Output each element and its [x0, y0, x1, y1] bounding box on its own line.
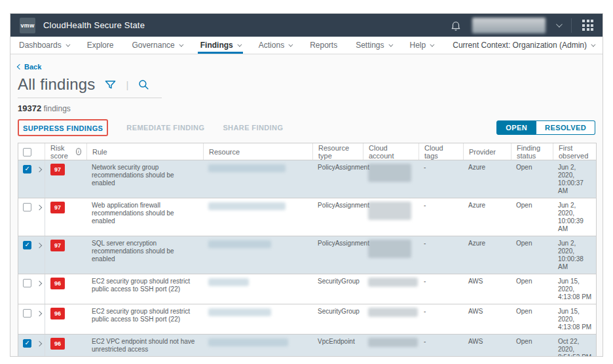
main-content: Back All findings | 19372 findings SU	[10, 54, 603, 357]
table-header: Risk score i Rule Resource Resource type…	[18, 143, 596, 160]
filter-icon[interactable]	[104, 79, 117, 91]
row-checkbox[interactable]	[23, 309, 31, 318]
finding-status: Open	[511, 274, 553, 304]
table-row[interactable]: 97 Network security group recommendation…	[18, 160, 596, 198]
rule-text: Network security group recommendations s…	[86, 160, 203, 198]
nav-item-settings[interactable]: Settings	[356, 37, 391, 54]
nav-item-findings[interactable]: Findings	[200, 37, 240, 54]
open-toggle-button[interactable]: OPEN	[496, 120, 536, 135]
header-provider[interactable]: Provider	[463, 143, 511, 160]
nav-item-label: Settings	[356, 41, 384, 50]
rule-text: EC2 VPC endpoint should not have unrestr…	[86, 335, 203, 357]
nav-item-actions[interactable]: Actions	[259, 37, 291, 54]
chevron-right-expand-icon[interactable]	[37, 341, 42, 346]
status-toggle: OPEN RESOLVED	[496, 120, 595, 135]
chevron-right-expand-icon[interactable]	[37, 243, 42, 248]
resource-type: VpcEndpoint	[312, 335, 363, 357]
risk-score-badge: 97	[50, 202, 65, 213]
risk-score-badge: 97	[50, 240, 65, 251]
header-resource-type[interactable]: Resource type	[312, 143, 363, 160]
row-checkbox[interactable]	[23, 165, 31, 173]
table-row[interactable]: 96 EC2 security group should restrict pu…	[18, 304, 596, 334]
first-observed: Jun 2, 2020, 10:00:39 AM	[553, 198, 597, 236]
chevron-right-expand-icon[interactable]	[37, 281, 42, 286]
header-rule[interactable]: Rule	[86, 143, 203, 160]
nav-item-label: Reports	[310, 41, 337, 50]
app-switcher-icon[interactable]	[582, 20, 593, 31]
user-account-redacted[interactable]	[472, 18, 546, 33]
notifications-bell-icon[interactable]	[450, 20, 462, 31]
row-checkbox[interactable]	[23, 339, 31, 348]
table-body: 97 Network security group recommendation…	[18, 160, 596, 357]
share-finding-button[interactable]: SHARE FINDING	[223, 124, 283, 132]
header-finding-status[interactable]: Finding status	[511, 143, 553, 160]
provider: AWS	[463, 274, 511, 304]
findings-table: Risk score i Rule Resource Resource type…	[18, 143, 597, 357]
table-row[interactable]: 96 EC2 VPC endpoint should not have unre…	[18, 334, 596, 357]
nav-item-label: Dashboards	[19, 41, 62, 50]
rule-text: SQL server encryption recommendations sh…	[86, 236, 203, 274]
header-risk-score[interactable]: Risk score i	[45, 143, 86, 160]
row-checkbox[interactable]	[23, 279, 31, 287]
header-cloud-tags[interactable]: Cloud tags	[418, 143, 463, 160]
cloud-tags: -	[418, 160, 463, 198]
cloud-account-redacted	[368, 308, 418, 317]
chevron-down-icon[interactable]	[556, 21, 563, 27]
table-row[interactable]: 96 EC2 security group should restrict pu…	[18, 274, 596, 304]
remediate-finding-button[interactable]: REMEDIATE FINDING	[126, 124, 204, 132]
resolved-toggle-button[interactable]: RESOLVED	[536, 120, 595, 135]
resource-redacted	[208, 240, 271, 248]
info-icon[interactable]: i	[76, 148, 81, 155]
first-observed: Jun 15, 2020, 4:13:08 PM	[553, 274, 597, 304]
header-first-observed[interactable]: First observed	[553, 143, 597, 160]
table-row[interactable]: 97 Web application firewall recommendati…	[18, 198, 596, 236]
findings-count: 19372 findings	[18, 103, 595, 113]
nav-item-help[interactable]: Help	[410, 37, 434, 54]
cloud-account-redacted	[368, 240, 411, 258]
suppress-findings-button[interactable]: SUPPRESS FINDINGS	[23, 124, 103, 132]
chevron-right-expand-icon[interactable]	[37, 205, 42, 210]
first-observed: Jun 2, 2020, 10:00:37 AM	[553, 160, 597, 198]
actions-toolbar: SUPPRESS FINDINGS REMEDIATE FINDING SHAR…	[18, 119, 595, 136]
nav-item-explore[interactable]: Explore	[87, 37, 114, 54]
header-cloud-account[interactable]: Cloud account	[363, 143, 418, 160]
cloud-account-redacted	[368, 338, 418, 347]
select-all-checkbox[interactable]	[23, 148, 31, 156]
resource-type: SecurityGroup	[312, 274, 363, 304]
resource-type: PolicyAssignment	[312, 198, 363, 236]
context-selector[interactable]: Current Context: Organization (Admin)	[453, 37, 594, 54]
resource-redacted	[208, 278, 249, 286]
rule-text: EC2 security group should restrict publi…	[86, 274, 203, 304]
app-window: vmw CloudHealth Secure State DashboardsE…	[10, 13, 603, 357]
row-checkbox[interactable]	[23, 241, 31, 249]
chevron-down-icon	[591, 42, 595, 46]
chevron-right-expand-icon[interactable]	[37, 167, 42, 172]
chevron-right-expand-icon[interactable]	[37, 311, 42, 316]
first-observed: Oct 22, 2020, 8:51:52 PM	[553, 335, 597, 357]
cloud-account-redacted	[368, 164, 411, 182]
nav-item-dashboards[interactable]: Dashboards	[19, 37, 69, 54]
nav-item-governance[interactable]: Governance	[132, 37, 181, 54]
header-resource[interactable]: Resource	[203, 143, 312, 160]
resource-redacted	[208, 202, 286, 210]
risk-score-badge: 97	[50, 164, 65, 175]
finding-status: Open	[511, 160, 553, 198]
provider: Azure	[463, 160, 511, 198]
search-icon[interactable]	[138, 79, 150, 91]
title-row: All findings |	[18, 74, 162, 98]
page-title: All findings	[18, 75, 95, 94]
cloud-tags: -	[418, 274, 463, 304]
table-row[interactable]: 97 SQL server encryption recommendations…	[18, 236, 596, 274]
resource-redacted	[208, 308, 271, 316]
count-suffix: findings	[44, 104, 71, 113]
nav-item-label: Governance	[132, 41, 174, 50]
first-observed: Jun 2, 2020, 10:00:38 AM	[553, 236, 597, 274]
resource-redacted	[208, 164, 286, 172]
cloud-tags: -	[418, 335, 463, 357]
nav-item-reports[interactable]: Reports	[310, 37, 337, 54]
row-checkbox[interactable]	[23, 203, 31, 211]
finding-status: Open	[511, 198, 553, 236]
provider: AWS	[463, 304, 511, 334]
back-button[interactable]: Back	[18, 63, 41, 71]
chevron-down-icon	[430, 42, 435, 46]
